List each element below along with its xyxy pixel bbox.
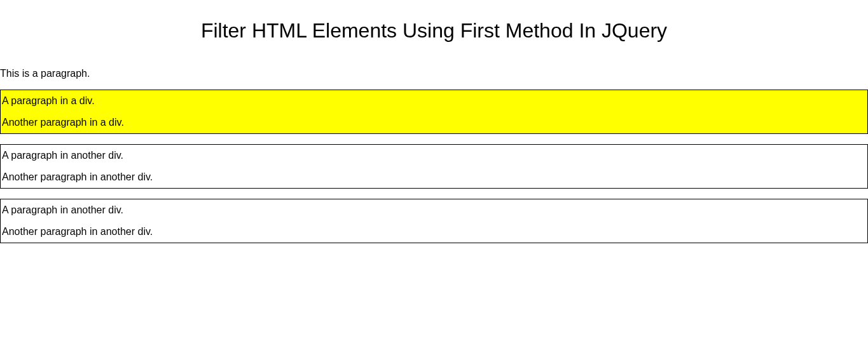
box-2-paragraph-2: Another paragraph in another div. [1,166,867,188]
box-3-paragraph-1: A paragraph in another div. [1,199,867,221]
intro-paragraph: This is a paragraph. [0,68,868,79]
box-2-paragraph-1: A paragraph in another div. [1,145,867,166]
box-3-paragraph-2: Another paragraph in another div. [1,221,867,243]
box-1: A paragraph in a div. Another paragraph … [0,90,868,134]
box-2: A paragraph in another div. Another para… [0,144,868,189]
box-3: A paragraph in another div. Another para… [0,199,868,243]
page-heading: Filter HTML Elements Using First Method … [0,19,868,43]
box-1-paragraph-1: A paragraph in a div. [1,90,867,112]
box-1-paragraph-2: Another paragraph in a div. [1,112,867,133]
